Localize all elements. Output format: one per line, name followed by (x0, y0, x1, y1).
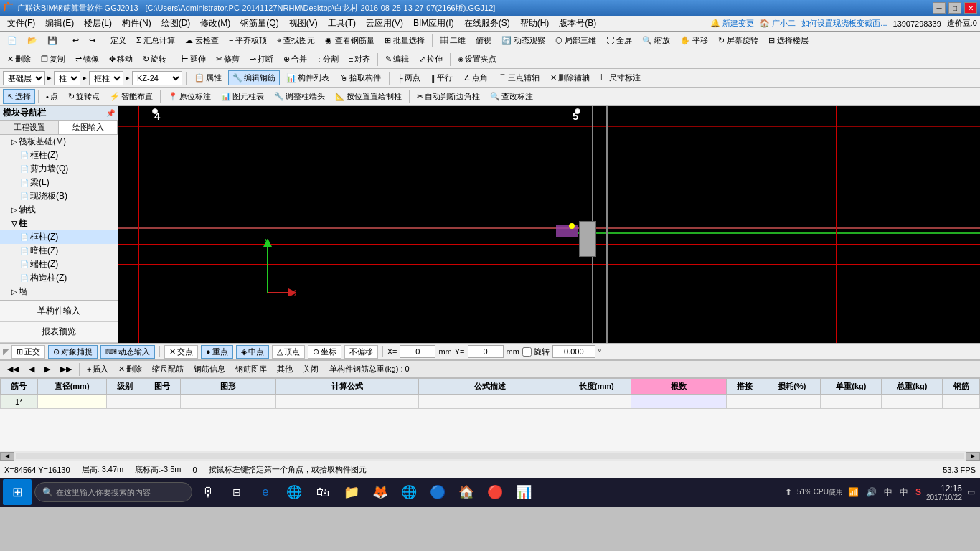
x-input[interactable] (400, 345, 435, 358)
by-pos-btn[interactable]: 📐 按位置置绘制柱 (331, 89, 406, 104)
view-rebar-btn[interactable]: ◉ 查看钢筋量 (321, 33, 378, 48)
angle-btn[interactable]: ∠ 点角 (459, 70, 492, 85)
taskbar-store[interactable]: 🛍 (310, 479, 336, 505)
no-offset-btn[interactable]: 不偏移 (344, 345, 378, 359)
origin-mark-btn[interactable]: 📍 原位标注 (164, 89, 215, 104)
select-tool-btn[interactable]: ↖ 选择 (3, 89, 35, 104)
view-btn[interactable]: 俯视 (471, 33, 496, 48)
scroll-left-btn[interactable]: ◀ (0, 452, 14, 461)
coord-btn[interactable]: ⊕ 坐标 (308, 345, 341, 359)
tree-item-raft[interactable]: ▷筏板基础(M) (0, 135, 118, 149)
save-btn[interactable]: 💾 (43, 34, 62, 47)
endpoint-btn[interactable]: ● 重点 (201, 345, 233, 359)
extend-btn[interactable]: ⊢ 延伸 (177, 52, 210, 67)
tree-item-frame-col[interactable]: 📄框柱(Z) (0, 149, 118, 162)
ortho-btn[interactable]: ⊞ 正交 (11, 345, 45, 359)
pan-btn[interactable]: ✋ 平移 (676, 33, 712, 48)
vertex-btn[interactable]: △ 顶点 (272, 345, 305, 359)
fullscreen-btn[interactable]: ⛶ 全屏 (602, 33, 636, 48)
rebar-close-btn[interactable]: 关闭 (298, 362, 323, 377)
menu-bim[interactable]: BIM应用(I) (409, 16, 458, 31)
rotate-checkbox[interactable] (522, 347, 532, 357)
tree-item-slab[interactable]: 📄现浇板(B) (0, 189, 118, 203)
tray-icon-volume[interactable]: 🔊 (864, 487, 879, 497)
intersect-btn[interactable]: ✕ 交点 (164, 345, 198, 359)
rebar-first-btn[interactable]: ◀◀ (3, 362, 23, 376)
tray-icon-pinyin[interactable]: 中 (897, 486, 910, 499)
del-aux-btn[interactable]: ✕ 删除辅轴 (546, 70, 594, 85)
adjust-head-btn[interactable]: 🔧 调整柱端头 (270, 89, 329, 104)
flatten-btn[interactable]: ≡ 平齐板顶 (225, 33, 271, 48)
edit-prop-btn[interactable]: ✎ 编辑 (381, 52, 413, 67)
cloud-check-btn[interactable]: ☁ 云检查 (181, 33, 223, 48)
tray-icon-ime[interactable]: 中 (882, 486, 895, 499)
parallel-btn[interactable]: ‖ 平行 (427, 70, 457, 85)
taskbar-app1[interactable]: 🌐 (396, 479, 422, 505)
rebar-delete-btn[interactable]: ✕ 删除 (114, 362, 146, 377)
menu-floor[interactable]: 楼层(L) (80, 16, 116, 31)
attribute-btn[interactable]: 📋 属性 (190, 70, 226, 85)
rebar-info-btn[interactable]: 钢筋信息 (189, 362, 230, 377)
kz-select[interactable]: KZ-24 (132, 71, 182, 85)
canvas-area[interactable]: 4 5 Y (118, 106, 980, 343)
clock-area[interactable]: 12:16 2017/10/22 (926, 484, 962, 501)
pick-part-btn[interactable]: 🖱 拾取构件 (336, 70, 385, 85)
taskbar-edge[interactable]: e (253, 479, 278, 505)
taskbar-task-view[interactable]: ⊟ (224, 479, 250, 505)
rebar-prev-btn[interactable]: ◀ (24, 362, 39, 376)
rebar-insert-btn[interactable]: + 插入 (83, 362, 113, 377)
dyn-input-btn[interactable]: ⌨ 动态输入 (100, 345, 155, 359)
tree-item-hidden-col[interactable]: 📄暗柱(Z) (0, 244, 118, 258)
td-diameter[interactable] (37, 395, 106, 409)
taskbar-search[interactable]: 🔍 在这里输入你要搜索的内容 (34, 482, 192, 502)
menu-online[interactable]: 在线服务(S) (460, 16, 514, 31)
menu-tools[interactable]: 工具(T) (324, 16, 360, 31)
menu-rebar-qty[interactable]: 钢筋量(Q) (236, 16, 283, 31)
set-grip-btn[interactable]: ◈ 设置夹点 (453, 52, 501, 67)
y-input[interactable] (468, 345, 504, 358)
midpoint-btn[interactable]: ◈ 中点 (236, 345, 269, 359)
tab-project-settings[interactable]: 工程设置 (0, 121, 59, 134)
start-button[interactable]: ⊞ (3, 479, 32, 505)
pull-btn[interactable]: ⤢ 拉伸 (415, 52, 447, 67)
move-btn[interactable]: ✥ 移动 (105, 52, 137, 67)
part-type-select[interactable]: 柱 (54, 71, 80, 85)
point-tool-btn[interactable]: • 点 (42, 89, 62, 104)
copy-btn[interactable]: ❐ 复制 (37, 52, 70, 67)
taskbar-app2[interactable]: 🔵 (425, 479, 451, 505)
rotate-input[interactable] (552, 345, 595, 358)
tree-item-end-col[interactable]: 📄端柱(Z) (0, 258, 118, 271)
taskbar-file-explorer[interactable]: 📁 (339, 479, 364, 505)
new-btn[interactable]: 📄 (3, 34, 22, 47)
define-btn[interactable]: 定义 (106, 33, 131, 48)
split-btn[interactable]: ÷ 分割 (313, 52, 343, 67)
tree-item-beam[interactable]: 📄梁(L) (0, 176, 118, 189)
tree-item-struct-col[interactable]: 📄构造柱(Z) (0, 271, 118, 285)
find-ele-btn[interactable]: ⌖ 查找图元 (273, 33, 319, 48)
report-preview-btn[interactable]: 报表预览 (0, 322, 118, 344)
tree-item-col[interactable]: ▽柱 (0, 217, 118, 230)
delete-btn[interactable]: ✕ 删除 (3, 52, 35, 67)
menu-file[interactable]: 文件(F) (3, 16, 39, 31)
rebar-scrollbar[interactable]: ◀ ▶ (0, 451, 980, 461)
tab-draw-input[interactable]: 绘图输入 (59, 121, 118, 134)
batch-select-btn[interactable]: ⊞ 批量选择 (380, 33, 429, 48)
menu-modify[interactable]: 修改(M) (196, 16, 235, 31)
select-floor-btn[interactable]: ⊟ 选择楼层 (764, 33, 813, 48)
menu-draw[interactable]: 绘图(D) (157, 16, 195, 31)
trim-btn[interactable]: ✂ 修剪 (212, 52, 244, 67)
menu-edit[interactable]: 编辑(E) (41, 16, 78, 31)
rotate-btn[interactable]: ↻ 旋转 (138, 52, 171, 67)
howto-link[interactable]: 如何设置现浇板变截面... (801, 18, 887, 29)
tree-item-axis[interactable]: ▷轴线 (0, 203, 118, 217)
minimize-button[interactable]: ─ (933, 2, 946, 14)
company-btn[interactable]: 🏠 广小二 (760, 18, 796, 29)
check-mark-btn[interactable]: 🔍 查改标注 (486, 89, 537, 104)
two-point-btn[interactable]: ├ 两点 (393, 70, 425, 85)
edit-rebar-btn[interactable]: 🔧 编辑钢筋 (228, 70, 280, 85)
screen-rotate-btn[interactable]: ↻ 屏幕旋转 (714, 33, 763, 48)
close-button[interactable]: ✕ (964, 2, 977, 14)
rebar-scale-btn[interactable]: 缩尺配筋 (148, 362, 188, 377)
dynamic-view-btn[interactable]: 🔄 动态观察 (497, 33, 550, 48)
dimension-btn[interactable]: ⊢ 尺寸标注 (596, 70, 645, 85)
